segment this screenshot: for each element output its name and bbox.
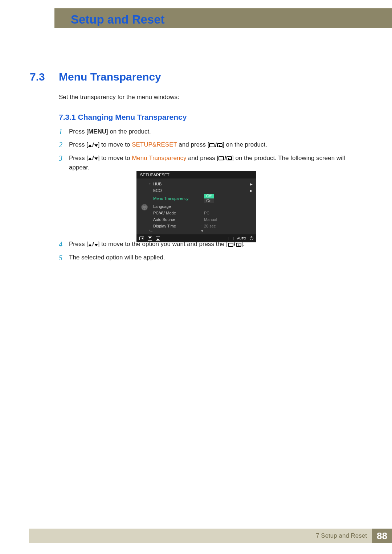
osd-window: SETUP&RESET HUB ▶ ECO ▶ Menu Transparenc… [136, 171, 256, 242]
text: ] to move to [98, 155, 132, 161]
osd-label: HUB [153, 182, 200, 186]
step-number: 4 [59, 239, 69, 249]
osd-colon: : [200, 217, 204, 222]
osd-row-menu-transparency: Menu Transparency : Off On [151, 194, 253, 203]
source-enter-icon: / [219, 153, 232, 163]
osd-body: HUB ▶ ECO ▶ Menu Transparency : Off On L [136, 178, 256, 234]
steps-upper: 1 Press [MENU] on the product. 2 Press [… [59, 127, 363, 176]
osd-colon: : [200, 211, 204, 215]
step-number: 5 [59, 253, 69, 262]
osd-label: Auto Source [153, 217, 200, 222]
up-down-arrows-icon: / [88, 153, 98, 163]
up-down-arrows-icon: / [88, 140, 98, 150]
osd-scroll-down-icon: ▼ [151, 229, 253, 234]
footer-bar: 7 Setup and Reset 88 [29, 529, 392, 543]
osd-value: 20 sec [204, 224, 216, 228]
osd-row-auto-source: Auto Source : Manual [151, 216, 253, 223]
step-body: The selected option will be applied. [69, 253, 363, 262]
section-title: Menu Transparency [59, 71, 161, 83]
step-body: Press [MENU] on the product. [69, 127, 363, 136]
step-number: 3 [59, 153, 69, 163]
osd-colon: : [200, 224, 204, 228]
footer-chapter: 7 Setup and Reset [316, 532, 372, 539]
step-1: 1 Press [MENU] on the product. [59, 127, 363, 136]
text: Press [ [69, 155, 88, 161]
chevron-right-icon: ▶ [250, 182, 253, 186]
osd-title: SETUP&RESET [136, 171, 256, 178]
section-number: 7.3 [30, 71, 45, 83]
step-number: 1 [59, 127, 69, 136]
osd-option-on: On [204, 198, 214, 203]
source-enter-icon: / [228, 240, 241, 249]
step-3: 3 Press [/] to move to Menu Transparency… [59, 153, 363, 173]
osd-rows: HUB ▶ ECO ▶ Menu Transparency : Off On L [151, 181, 253, 234]
steps-lower: 4 Press [/] to move to the option you wa… [59, 239, 363, 266]
text: and press [ [186, 155, 219, 161]
text: and press [ [177, 141, 209, 148]
osd-row-display-time: Display Time : 20 sec [151, 223, 253, 229]
gear-icon [141, 204, 148, 210]
text: Press [ [69, 241, 88, 247]
step-4: 4 Press [/] to move to the option you wa… [59, 239, 363, 249]
header-tab [29, 8, 54, 28]
osd-label: PC/AV Mode [153, 211, 200, 215]
osd-options: Off On [204, 194, 214, 203]
osd-colon: : [200, 196, 204, 201]
footer-page-number: 88 [372, 529, 392, 543]
text: ] to move to the option you want and pre… [98, 241, 228, 247]
text: Press [ [69, 128, 88, 135]
step-body: Press [/] to move to Menu Transparency a… [69, 153, 363, 173]
text: Press [ [69, 141, 88, 148]
step-body: Press [/] to move to SETUP&RESET and pre… [69, 140, 363, 150]
source-enter-icon: / [209, 140, 222, 150]
text: ] to move to [98, 141, 132, 148]
osd-label-active: Menu Transparency [153, 196, 200, 201]
osd-side-bracket [149, 183, 152, 231]
menu-button-label: MENU [88, 128, 106, 135]
text: ]. [241, 241, 245, 247]
osd-row-hub: HUB ▶ [151, 181, 253, 187]
osd-label: Display Time [153, 224, 200, 228]
text: ] on the product. [222, 141, 267, 148]
section-intro: Set the transparency for the menu window… [59, 94, 179, 101]
osd-side [138, 181, 151, 234]
text: ] on the product. [106, 128, 151, 135]
step-number: 2 [59, 140, 69, 149]
osd-value: PC [204, 211, 209, 215]
osd-value: Manual [204, 217, 217, 222]
up-down-arrows-icon: / [88, 240, 98, 249]
chapter-title: Setup and Reset [71, 13, 165, 26]
osd-label: ECO [153, 188, 200, 193]
osd-row-pcav: PC/AV Mode : PC [151, 210, 253, 216]
step-2: 2 Press [/] to move to SETUP&RESET and p… [59, 140, 363, 150]
menu-transparency-term: Menu Transparency [132, 155, 186, 161]
osd-option-off: Off [204, 194, 214, 198]
osd-row-language: Language [151, 203, 253, 210]
setup-reset-term: SETUP&RESET [132, 141, 177, 148]
step-body: Press [/] to move to the option you want… [69, 239, 363, 249]
osd-label: Language [153, 204, 200, 209]
osd-figure: SETUP&RESET HUB ▶ ECO ▶ Menu Transparenc… [136, 171, 256, 242]
subsection-title: 7.3.1 Changing Menu Transparency [59, 113, 187, 122]
chevron-right-icon: ▶ [250, 189, 253, 193]
osd-row-eco: ECO ▶ [151, 187, 253, 194]
step-5: 5 The selected option will be applied. [59, 253, 363, 262]
